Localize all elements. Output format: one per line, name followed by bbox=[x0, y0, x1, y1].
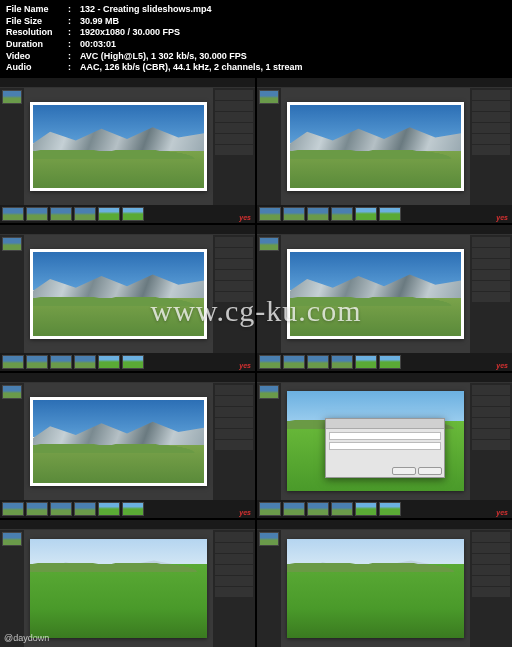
filmstrip-thumb[interactable] bbox=[122, 502, 144, 516]
panel-section[interactable] bbox=[215, 554, 253, 564]
filmstrip-thumb[interactable] bbox=[2, 207, 24, 221]
filmstrip-thumb[interactable] bbox=[122, 207, 144, 221]
panel-section[interactable] bbox=[215, 440, 253, 450]
filmstrip-thumb[interactable] bbox=[74, 207, 96, 221]
filmstrip-thumb[interactable] bbox=[2, 502, 24, 516]
panel-section[interactable] bbox=[215, 145, 253, 155]
panel-section[interactable] bbox=[215, 576, 253, 586]
filmstrip-thumb[interactable] bbox=[331, 355, 353, 369]
thumbnail-8[interactable]: yes bbox=[257, 520, 512, 647]
filmstrip-thumb[interactable] bbox=[50, 207, 72, 221]
filmstrip-thumb[interactable] bbox=[2, 355, 24, 369]
panel-section[interactable] bbox=[472, 429, 510, 439]
panel-section[interactable] bbox=[215, 90, 253, 100]
nav-thumbnail[interactable] bbox=[2, 532, 22, 546]
panel-section[interactable] bbox=[215, 281, 253, 291]
filmstrip-thumb[interactable] bbox=[259, 207, 281, 221]
panel-section[interactable] bbox=[472, 440, 510, 450]
panel-section[interactable] bbox=[215, 543, 253, 553]
filmstrip[interactable] bbox=[257, 500, 512, 518]
panel-section[interactable] bbox=[215, 259, 253, 269]
thumbnail-5[interactable]: yes bbox=[0, 373, 255, 518]
filmstrip-thumb[interactable] bbox=[283, 355, 305, 369]
export-dialog[interactable] bbox=[325, 418, 445, 478]
panel-section[interactable] bbox=[215, 237, 253, 247]
filmstrip-thumb[interactable] bbox=[259, 502, 281, 516]
panel-section[interactable] bbox=[215, 248, 253, 258]
filmstrip-thumb[interactable] bbox=[379, 207, 401, 221]
panel-section[interactable] bbox=[472, 543, 510, 553]
nav-thumbnail[interactable] bbox=[259, 237, 279, 251]
panel-section[interactable] bbox=[215, 565, 253, 575]
dialog-field[interactable] bbox=[329, 442, 441, 450]
panel-section[interactable] bbox=[472, 532, 510, 542]
nav-thumbnail[interactable] bbox=[2, 385, 22, 399]
filmstrip-thumb[interactable] bbox=[379, 502, 401, 516]
panel-section[interactable] bbox=[472, 248, 510, 258]
filmstrip[interactable] bbox=[0, 205, 255, 223]
nav-thumbnail[interactable] bbox=[259, 90, 279, 104]
filmstrip[interactable] bbox=[0, 353, 255, 371]
filmstrip-thumb[interactable] bbox=[98, 502, 120, 516]
filmstrip-thumb[interactable] bbox=[355, 502, 377, 516]
thumbnail-4[interactable]: yes bbox=[257, 225, 512, 370]
filmstrip-thumb[interactable] bbox=[307, 207, 329, 221]
panel-section[interactable] bbox=[215, 532, 253, 542]
filmstrip-thumb[interactable] bbox=[98, 355, 120, 369]
filmstrip[interactable] bbox=[257, 353, 512, 371]
panel-section[interactable] bbox=[215, 587, 253, 597]
panel-section[interactable] bbox=[472, 259, 510, 269]
panel-section[interactable] bbox=[472, 270, 510, 280]
panel-section[interactable] bbox=[472, 123, 510, 133]
thumbnail-1[interactable]: yes bbox=[0, 78, 255, 223]
panel-section[interactable] bbox=[215, 134, 253, 144]
nav-thumbnail[interactable] bbox=[2, 90, 22, 104]
filmstrip-thumb[interactable] bbox=[98, 207, 120, 221]
panel-section[interactable] bbox=[472, 101, 510, 111]
nav-thumbnail[interactable] bbox=[259, 385, 279, 399]
filmstrip-thumb[interactable] bbox=[355, 207, 377, 221]
panel-section[interactable] bbox=[215, 396, 253, 406]
panel-section[interactable] bbox=[472, 112, 510, 122]
dialog-cancel-button[interactable] bbox=[392, 467, 416, 475]
filmstrip-thumb[interactable] bbox=[74, 502, 96, 516]
thumbnail-3[interactable]: yes bbox=[0, 225, 255, 370]
filmstrip-thumb[interactable] bbox=[50, 502, 72, 516]
filmstrip-thumb[interactable] bbox=[283, 502, 305, 516]
panel-section[interactable] bbox=[215, 101, 253, 111]
filmstrip-thumb[interactable] bbox=[26, 207, 48, 221]
filmstrip-thumb[interactable] bbox=[259, 355, 281, 369]
panel-section[interactable] bbox=[215, 385, 253, 395]
filmstrip[interactable] bbox=[257, 205, 512, 223]
filmstrip-thumb[interactable] bbox=[355, 355, 377, 369]
filmstrip-thumb[interactable] bbox=[307, 355, 329, 369]
panel-section[interactable] bbox=[472, 385, 510, 395]
filmstrip-thumb[interactable] bbox=[50, 355, 72, 369]
filmstrip[interactable] bbox=[0, 500, 255, 518]
filmstrip-thumb[interactable] bbox=[26, 355, 48, 369]
panel-section[interactable] bbox=[215, 429, 253, 439]
panel-section[interactable] bbox=[472, 407, 510, 417]
filmstrip-thumb[interactable] bbox=[74, 355, 96, 369]
panel-section[interactable] bbox=[215, 112, 253, 122]
filmstrip-thumb[interactable] bbox=[26, 502, 48, 516]
panel-section[interactable] bbox=[215, 123, 253, 133]
nav-thumbnail[interactable] bbox=[259, 532, 279, 546]
panel-section[interactable] bbox=[472, 396, 510, 406]
nav-thumbnail[interactable] bbox=[2, 237, 22, 251]
panel-section[interactable] bbox=[215, 292, 253, 302]
filmstrip-thumb[interactable] bbox=[122, 355, 144, 369]
filmstrip-thumb[interactable] bbox=[331, 502, 353, 516]
filmstrip-thumb[interactable] bbox=[283, 207, 305, 221]
thumbnail-6[interactable]: yes bbox=[257, 373, 512, 518]
panel-section[interactable] bbox=[472, 587, 510, 597]
panel-section[interactable] bbox=[472, 90, 510, 100]
panel-section[interactable] bbox=[215, 270, 253, 280]
dialog-ok-button[interactable] bbox=[418, 467, 442, 475]
panel-section[interactable] bbox=[215, 407, 253, 417]
panel-section[interactable] bbox=[472, 292, 510, 302]
panel-section[interactable] bbox=[472, 237, 510, 247]
thumbnail-7[interactable]: yes bbox=[0, 520, 255, 647]
filmstrip-thumb[interactable] bbox=[331, 207, 353, 221]
panel-section[interactable] bbox=[472, 554, 510, 564]
